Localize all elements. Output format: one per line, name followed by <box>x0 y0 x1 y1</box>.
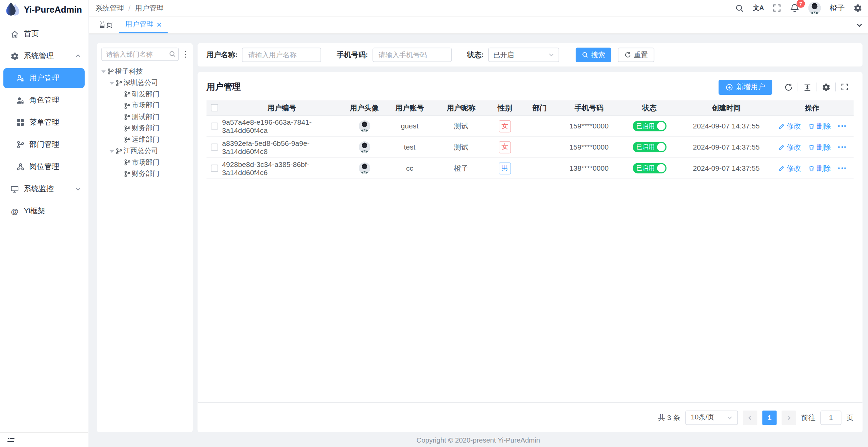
goto-page-input[interactable] <box>820 410 841 425</box>
tree-node[interactable]: 测试部门 <box>97 111 193 123</box>
goto-label: 前往 <box>801 413 815 422</box>
dept-tree: 橙子科技 深圳总公司 研发部门 市场部门 <box>97 65 193 180</box>
page-content: 橙子科技 深圳总公司 研发部门 市场部门 <box>89 34 868 447</box>
home-icon <box>10 29 19 38</box>
tree-node-label: 橙子科技 <box>115 67 143 76</box>
row-checkbox[interactable] <box>211 165 218 172</box>
table-row: a8392efa-5ed8-6b56-9a9e-3a14dd60f4c8 tes… <box>207 137 854 158</box>
total-count: 共 3 条 <box>658 413 680 422</box>
sidebar-item-user-mgmt[interactable]: 用户管理 <box>3 68 85 88</box>
status-toggle[interactable]: 已启用 <box>632 163 666 173</box>
status-toggle[interactable]: 已启用 <box>632 121 666 132</box>
sidebar-item-post-mgmt[interactable]: 岗位管理 <box>0 157 88 177</box>
sidebar-item-role-mgmt[interactable]: 角色管理 <box>0 90 88 110</box>
row-checkbox[interactable] <box>211 143 218 151</box>
tree-node-label: 研发部门 <box>132 90 159 99</box>
breadcrumb-item-system[interactable]: 系统管理 <box>95 3 124 13</box>
search-icon[interactable] <box>735 4 744 13</box>
tab-home[interactable]: 首页 <box>93 17 119 33</box>
tree-node[interactable]: 深圳总公司 <box>97 77 193 89</box>
delete-button[interactable]: 删除 <box>808 121 831 131</box>
more-actions-icon[interactable] <box>838 167 846 169</box>
table-row: 9a57a4e8-e196-663a-7841-3a14dd60f4ca gue… <box>207 116 854 137</box>
tabs-menu-chevron-icon[interactable] <box>850 17 868 33</box>
phone-input[interactable] <box>372 48 452 62</box>
gender-tag: 女 <box>499 141 511 153</box>
tree-node[interactable]: 市场部门 <box>97 157 193 168</box>
edit-button[interactable]: 修改 <box>778 121 801 131</box>
table-fullscreen-icon[interactable] <box>835 82 854 91</box>
tree-node-label: 测试部门 <box>132 112 159 122</box>
branch-icon <box>124 170 131 177</box>
page-size-select[interactable]: 10条/页 <box>685 410 738 425</box>
caret-down-icon[interactable] <box>107 147 115 155</box>
tree-node[interactable]: 财务部门 <box>97 168 193 180</box>
name-input[interactable] <box>242 48 321 62</box>
tab-user-mgmt[interactable]: 用户管理 <box>119 17 168 33</box>
tree-node[interactable]: 橙子科技 <box>97 66 193 77</box>
column-settings-gear-icon[interactable] <box>817 82 835 91</box>
user-phone: 138****0000 <box>560 164 618 172</box>
tree-node[interactable]: 江西总公司 <box>97 145 193 157</box>
translate-icon[interactable]: 文A <box>753 4 764 12</box>
more-actions-icon[interactable] <box>838 125 846 127</box>
chevron-down-icon <box>549 52 554 58</box>
row-checkbox[interactable] <box>211 122 218 129</box>
sidebar-group-monitor[interactable]: 系统监控 <box>0 179 88 199</box>
status-label: 状态: <box>467 50 484 60</box>
dept-tree-panel: 橙子科技 深圳总公司 研发部门 市场部门 <box>97 43 193 432</box>
page-number-1[interactable]: 1 <box>762 410 776 425</box>
more-actions-icon[interactable] <box>838 146 846 148</box>
reset-button[interactable]: 重置 <box>618 48 654 62</box>
tab-label: 用户管理 <box>125 19 154 29</box>
status-select[interactable]: 已开启 <box>488 48 559 62</box>
user-phone: 159****0000 <box>560 143 618 151</box>
dept-search-input[interactable] <box>101 48 179 61</box>
tree-node-label: 运维部门 <box>132 135 159 144</box>
refresh-icon[interactable] <box>779 82 798 91</box>
fullscreen-icon[interactable] <box>773 4 781 12</box>
select-all-checkbox[interactable] <box>211 104 218 111</box>
tree-node[interactable]: 市场部门 <box>97 100 193 111</box>
caret-down-icon[interactable] <box>99 68 107 76</box>
sidebar-group-label: 系统管理 <box>24 51 54 61</box>
user-id: 4928be8d-3c34-a385-86bf-3a14dd60f4c6 <box>222 160 341 176</box>
sidebar-item-menu-mgmt[interactable]: 菜单管理 <box>0 112 88 133</box>
user-id: 9a57a4e8-e196-663a-7841-3a14dd60f4ca <box>222 118 341 135</box>
next-page-button[interactable] <box>782 410 796 425</box>
settings-gear-icon[interactable] <box>854 4 862 12</box>
sidebar-item-framework[interactable]: @ Yi框架 <box>0 201 88 221</box>
row-density-icon[interactable] <box>798 82 816 91</box>
water-drop-logo-icon <box>5 2 20 18</box>
tree-node[interactable]: 研发部门 <box>97 89 193 100</box>
sidebar-group-label: 系统监控 <box>24 184 54 194</box>
user-lock-icon <box>16 73 25 83</box>
sidebar-item-home[interactable]: 首页 <box>0 24 88 44</box>
status-toggle[interactable]: 已启用 <box>632 142 666 152</box>
pagination: 共 3 条 10条/页 1 <box>198 402 863 432</box>
edit-button[interactable]: 修改 <box>778 163 801 173</box>
kebab-menu-icon[interactable] <box>181 50 189 59</box>
status-select-value: 已开启 <box>493 50 514 60</box>
tree-node[interactable]: 财务部门 <box>97 123 193 134</box>
menu-fold-icon[interactable] <box>7 436 15 444</box>
add-user-button[interactable]: 新增用户 <box>719 79 772 94</box>
caret-down-icon[interactable] <box>107 79 115 87</box>
bell-icon[interactable]: 7 <box>790 3 800 13</box>
delete-button[interactable]: 删除 <box>808 142 831 152</box>
edit-button[interactable]: 修改 <box>778 142 801 152</box>
user-nickname: 测试 <box>432 121 490 131</box>
search-button[interactable]: 搜索 <box>576 48 611 62</box>
delete-button[interactable]: 删除 <box>808 163 831 173</box>
col-status: 状态 <box>618 103 680 113</box>
user-nickname: 橙子 <box>432 163 490 173</box>
close-icon[interactable] <box>157 22 162 27</box>
username[interactable]: 橙子 <box>830 3 845 13</box>
sidebar-item-dept-mgmt[interactable]: 部门管理 <box>0 135 88 155</box>
tree-node[interactable]: 运维部门 <box>97 134 193 145</box>
user-avatar[interactable] <box>808 2 821 14</box>
search-icon <box>169 50 176 58</box>
prev-page-button[interactable] <box>743 410 757 425</box>
breadcrumb-item-user[interactable]: 用户管理 <box>135 3 164 13</box>
sidebar-group-system[interactable]: 系统管理 <box>0 46 88 66</box>
